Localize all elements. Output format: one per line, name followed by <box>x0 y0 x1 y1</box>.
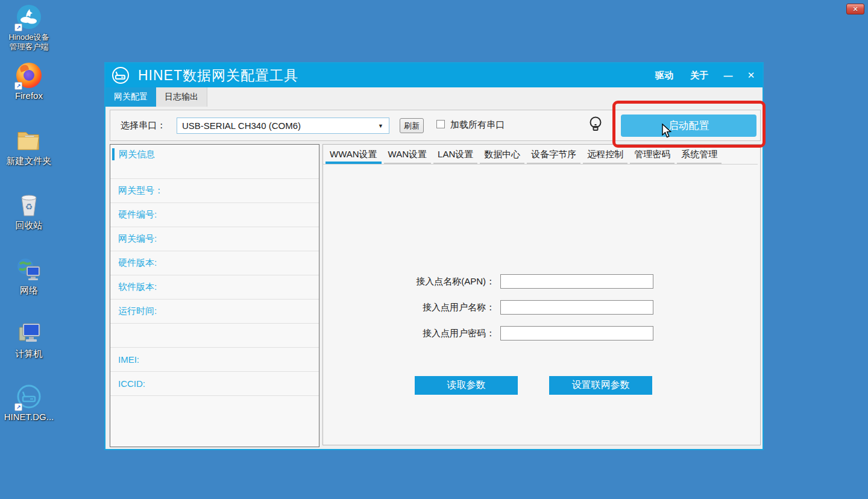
network-icon <box>16 257 42 283</box>
apn-input[interactable] <box>500 274 653 289</box>
gateway-info-header: 网关信息 <box>110 145 319 179</box>
tab-data-center[interactable]: 数据中心 <box>479 149 526 164</box>
port-select-value: USB-SERIAL CH340 (COM6) <box>182 121 378 131</box>
gateway-info-title: 网关信息 <box>119 149 155 160</box>
shortcut-arrow-icon: ↗ <box>14 403 22 411</box>
minimize-button[interactable]: — <box>717 67 740 84</box>
tab-admin-password[interactable]: 管理密码 <box>629 149 676 164</box>
desktop-icon-label: Firefox <box>15 91 43 101</box>
firefox-icon: ↗ <box>16 62 42 89</box>
apn-password-row: 接入点用户密码： <box>326 326 653 341</box>
port-select-label: 选择串口： <box>121 120 166 131</box>
desktop-icon-new-folder[interactable]: 新建文件夹 <box>1 127 57 166</box>
apn-label: 接入点名称(APN)： <box>326 276 500 287</box>
header-accent-bar <box>112 148 115 160</box>
settings-panel: WWAN设置 WAN设置 LAN设置 数据中心 设备字节序 远程控制 管理密码 … <box>322 144 761 445</box>
computer-icon <box>16 320 42 347</box>
gateway-info-panel: 网关信息 网关型号： 硬件编号: 网关编号: 硬件版本: 软件版本: 运行时间:… <box>110 144 319 447</box>
tab-wan-settings[interactable]: WAN设置 <box>383 149 432 164</box>
tab-byte-order[interactable]: 设备字节序 <box>526 149 582 164</box>
refresh-button[interactable]: 刷新 <box>400 118 424 133</box>
sidebar-row-empty <box>110 324 319 348</box>
desktop-icon-label: 计算机 <box>16 349 43 359</box>
desktop-icon-computer[interactable]: 计算机 <box>1 320 57 359</box>
folder-icon <box>16 127 42 154</box>
set-network-params-button[interactable]: 设置联网参数 <box>549 376 652 395</box>
desktop-icon-label: 网络 <box>20 286 38 295</box>
sidebar-row-uptime: 运行时间: <box>110 300 319 324</box>
lightbulb-icon[interactable] <box>587 115 604 134</box>
sidebar-row-imei: IMEI: <box>110 348 319 372</box>
chevron-down-icon: ▼ <box>378 123 383 129</box>
close-button[interactable]: ✕ <box>740 66 763 84</box>
desktop-icon-firefox[interactable]: ↗ Firefox <box>1 62 57 101</box>
driver-menu-item[interactable]: 驱动 <box>647 66 682 85</box>
sidebar-row-model: 网关型号： <box>110 179 319 203</box>
tab-lan-settings[interactable]: LAN设置 <box>432 149 479 164</box>
tab-remote-control[interactable]: 远程控制 <box>582 149 629 164</box>
app-window: HINET数据网关配置工具 驱动 关于 — ✕ 网关配置 日志输出 选择串口： … <box>104 62 764 450</box>
hinode-client-icon: ↗ <box>16 4 42 30</box>
desktop-icon-label: 回收站 <box>16 221 43 230</box>
shortcut-arrow-icon: ↗ <box>14 82 22 90</box>
svg-text:♻: ♻ <box>25 202 33 212</box>
desktop-icon-label: Hinode设备 管理客户端 <box>8 33 49 52</box>
desktop-icon-label: 新建文件夹 <box>7 156 52 166</box>
desktop-icon-recycle-bin[interactable]: ♻ 回收站 <box>1 192 57 230</box>
sidebar-row-hw-number: 硬件编号: <box>110 203 319 227</box>
main-tab-bar: 网关配置 日志输出 <box>105 87 763 107</box>
titlebar: HINET数据网关配置工具 驱动 关于 — ✕ <box>105 63 763 87</box>
desktop-icon-label: HINET.DG... <box>4 412 54 422</box>
tab-gateway-config[interactable]: 网关配置 <box>105 87 156 107</box>
sidebar-row-hw-version: 硬件版本: <box>110 251 319 275</box>
sidebar-row-sw-version: 软件版本: <box>110 275 319 300</box>
apn-password-input[interactable] <box>500 326 653 341</box>
load-all-ports-checkbox[interactable] <box>436 120 445 128</box>
load-all-ports-label: 加载所有串口 <box>450 119 505 131</box>
overlay-close-button[interactable]: ✕ <box>846 4 864 14</box>
recycle-bin-icon: ♻ <box>16 192 42 218</box>
port-select-dropdown[interactable]: USB-SERIAL CH340 (COM6) ▼ <box>177 118 389 134</box>
apn-username-label: 接入点用户名称： <box>326 302 500 313</box>
shortcut-arrow-icon: ↗ <box>14 24 22 31</box>
hinet-app-icon: ↗ <box>16 383 42 410</box>
desktop-icon-hinode-client[interactable]: ↗ Hinode设备 管理客户端 <box>1 4 57 52</box>
tab-baseline <box>323 164 758 165</box>
tab-system-manage[interactable]: 系统管理 <box>676 149 723 164</box>
app-titlebar-icon <box>112 66 130 84</box>
window-title: HINET数据网关配置工具 <box>138 66 298 85</box>
sidebar-row-gw-number: 网关编号: <box>110 227 319 251</box>
apn-password-label: 接入点用户密码： <box>326 328 500 339</box>
start-config-button[interactable]: 启动配置 <box>621 115 756 137</box>
apn-username-row: 接入点用户名称： <box>326 300 653 315</box>
tab-log-output[interactable]: 日志输出 <box>156 87 207 107</box>
about-menu-item[interactable]: 关于 <box>682 66 717 85</box>
desktop-icon-network[interactable]: 网络 <box>1 257 57 295</box>
tab-wwan-settings[interactable]: WWAN设置 <box>324 149 383 164</box>
sidebar-row-iccid: ICCID: <box>110 372 319 396</box>
apn-row: 接入点名称(APN)： <box>326 274 653 289</box>
desktop-icon-hinet-dg[interactable]: ↗ HINET.DG... <box>1 383 57 422</box>
settings-tab-bar: WWAN设置 WAN设置 LAN设置 数据中心 设备字节序 远程控制 管理密码 … <box>323 148 758 164</box>
desktop: { "colors": { "desktop_bg": "#3e86c6", "… <box>0 0 868 499</box>
read-params-button[interactable]: 读取参数 <box>415 376 518 395</box>
apn-username-input[interactable] <box>500 300 653 315</box>
